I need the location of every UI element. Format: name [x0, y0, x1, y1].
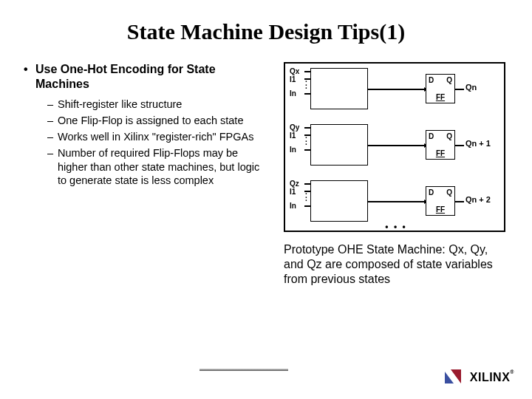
wire	[304, 205, 310, 207]
label-i1: I1	[290, 132, 299, 140]
brand-name: XILINX®	[470, 371, 514, 384]
vdots-icon: ···	[305, 193, 307, 203]
label-i1: I1	[290, 188, 299, 197]
trademark-icon: ®	[510, 369, 514, 375]
hdots-icon: • • •	[381, 222, 411, 232]
input-labels: Qy I1 In	[290, 124, 299, 154]
ff-label: FF	[426, 205, 454, 214]
footer-divider	[200, 368, 288, 372]
wire	[455, 201, 464, 202]
wire	[304, 93, 310, 95]
brand-logo: XILINX®	[445, 369, 514, 386]
lut-block	[310, 180, 368, 222]
slide: State Machine Design Tips(1) Use One-Hot…	[0, 0, 532, 399]
slide-footer: XILINX®	[0, 361, 532, 390]
stage-n1: Qy I1 In ··· D Q FF	[285, 120, 507, 176]
wire	[368, 145, 426, 146]
label-qy: Qy	[290, 124, 299, 132]
figure-column: Qx I1 In ··· D Q FF	[284, 62, 510, 287]
output-label: Qn	[466, 83, 477, 92]
vdots-icon: ···	[305, 81, 307, 91]
sub-bullet: Number of required Flip-Flops may be hig…	[47, 146, 266, 186]
label-in: In	[290, 90, 299, 98]
label-i1: I1	[290, 76, 299, 84]
flipflop: D Q FF	[426, 186, 455, 216]
input-labels: Qx I1 In	[290, 68, 299, 98]
input-labels: Qz I1 In	[290, 180, 299, 211]
ff-label: FF	[426, 149, 454, 157]
xilinx-mark-icon	[445, 369, 466, 386]
label-qx: Qx	[290, 68, 299, 76]
ff-q-label: Q	[446, 76, 452, 84]
bullet-main: Use One-Hot Encoding for State Machines	[22, 62, 266, 92]
flipflop: D Q FF	[426, 74, 455, 103]
ff-q-label: Q	[446, 188, 452, 197]
wire	[368, 89, 426, 90]
label-in: In	[290, 146, 299, 154]
wire	[455, 145, 464, 146]
ff-d-label: D	[429, 188, 434, 197]
stage-n: Qx I1 In ··· D Q FF	[285, 64, 507, 120]
sub-bullet-list: Shift-register like structure One Flip-F…	[22, 98, 266, 187]
wire	[455, 89, 464, 90]
output-label: Qn + 2	[466, 195, 491, 204]
lut-block	[310, 68, 368, 109]
slide-title: State Machine Design Tips(1)	[22, 19, 510, 44]
figure-caption: Prototype OHE State Machine: Qx, Qy, and…	[284, 242, 505, 287]
slide-body: Use One-Hot Encoding for State Machines …	[22, 62, 510, 287]
brand-text: XILINX	[470, 371, 511, 383]
vdots-icon: ···	[305, 137, 307, 147]
sub-bullet: One Flip-Flop is assigned to each state	[47, 114, 266, 127]
text-column: Use One-Hot Encoding for State Machines …	[22, 62, 266, 287]
ff-q-label: Q	[446, 132, 452, 140]
sub-bullet: Shift-register like structure	[47, 98, 266, 111]
lut-block	[310, 124, 368, 166]
ff-d-label: D	[429, 132, 434, 140]
label-qz: Qz	[290, 180, 299, 188]
wire	[304, 149, 310, 151]
flipflop: D Q FF	[426, 130, 455, 160]
label-in: In	[290, 202, 299, 211]
ff-d-label: D	[429, 76, 434, 84]
wire	[368, 201, 426, 202]
ff-label: FF	[426, 93, 454, 101]
circuit-diagram: Qx I1 In ··· D Q FF	[284, 62, 505, 232]
output-label: Qn + 1	[466, 139, 491, 148]
sub-bullet: Works well in Xilinx "register-rich" FPG…	[47, 130, 266, 143]
